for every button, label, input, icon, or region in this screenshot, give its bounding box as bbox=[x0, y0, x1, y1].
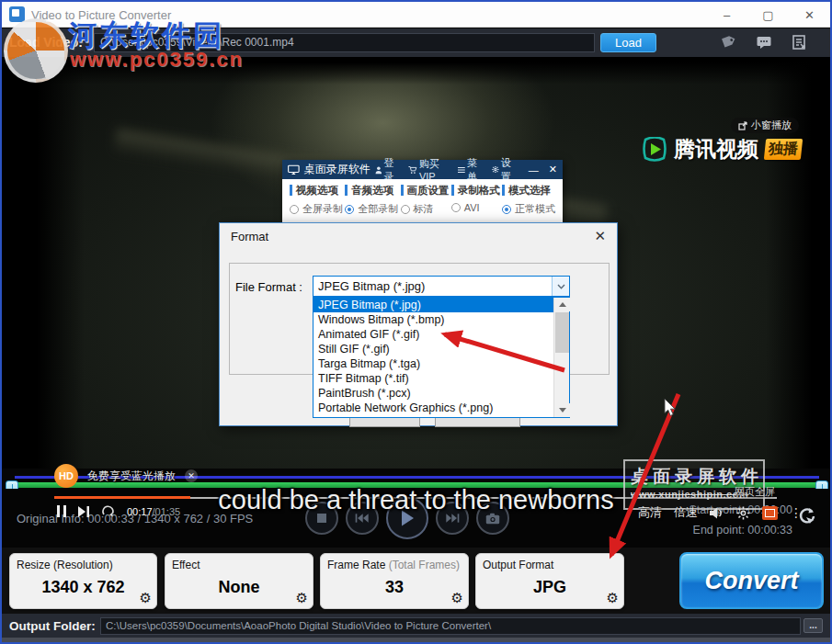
radio-record-all[interactable]: 全部录制 bbox=[345, 202, 398, 216]
scroll-down-icon[interactable] bbox=[554, 403, 570, 417]
resize-gear-icon[interactable]: ⚙ bbox=[140, 590, 152, 606]
droplist-item[interactable]: Still GIF (*.gif) bbox=[313, 342, 569, 356]
hd-tooltip-text: 免费享受蓝光播放 bbox=[87, 469, 176, 484]
convert-button[interactable]: Convert bbox=[679, 552, 824, 609]
effect-gear-icon[interactable]: ⚙ bbox=[296, 590, 308, 606]
window-bottom-edge bbox=[2, 638, 830, 642]
radio-fullscreen-record[interactable]: 全屏录制 bbox=[290, 202, 343, 216]
droplist-item[interactable]: Windows Bitmap (*.bmp) bbox=[313, 312, 569, 327]
droplist-item[interactable]: Animated GIF (*.gif) bbox=[313, 327, 569, 342]
format-dialog-title: Format bbox=[231, 230, 268, 243]
recorder-title-bar: 桌面录屏软件 登录 购买VIP 菜单 设置 — ✕ bbox=[282, 160, 563, 179]
tag-icon[interactable] bbox=[719, 34, 735, 51]
combo-dropdown-button[interactable] bbox=[552, 277, 569, 296]
app-icon bbox=[9, 6, 25, 22]
recorder-col-audio: 音频选项 全部录制 bbox=[345, 185, 398, 216]
recorder-window: 桌面录屏软件 登录 购买VIP 菜单 设置 — ✕ 视频选项 全屏录制 音频选项… bbox=[282, 160, 563, 223]
file-format-selected: JPEG Bitmap (*.jpg) bbox=[318, 279, 425, 293]
framerate-value: 33 bbox=[321, 578, 468, 597]
minimize-button[interactable]: – bbox=[706, 2, 747, 28]
load-bar: Load Video: C:\Users\pc0359\Videos\Rec 0… bbox=[2, 28, 830, 57]
play-logo-icon bbox=[642, 137, 667, 162]
output-folder-field[interactable]: C:\Users\pc0359\Documents\AoaoPhoto Digi… bbox=[100, 617, 801, 635]
droplist-item[interactable]: TIFF Bitmap (*.tif) bbox=[313, 371, 569, 386]
framerate-gear-icon[interactable]: ⚙ bbox=[451, 590, 463, 606]
droplist-item[interactable]: JPEG Bitmap (*.jpg) bbox=[313, 298, 569, 312]
file-format-droplist: JPEG Bitmap (*.jpg) Windows Bitmap (*.bm… bbox=[313, 297, 570, 418]
load-video-label: Load Video: bbox=[9, 35, 83, 50]
format-dialog-close-icon[interactable]: ✕ bbox=[594, 228, 606, 244]
chevron-down-icon bbox=[557, 284, 565, 289]
droplist-item[interactable]: PaintBrush (*.pcx) bbox=[313, 386, 569, 401]
format-dialog: Format ✕ File Format : JPEG Bitmap (*.jp… bbox=[219, 222, 618, 426]
effect-value: None bbox=[165, 578, 313, 597]
browse-button[interactable]: ... bbox=[804, 618, 823, 633]
app-title: Video to Picture Converter bbox=[31, 8, 171, 22]
maximize-button[interactable]: ▢ bbox=[747, 2, 789, 28]
recorder-close[interactable]: ✕ bbox=[549, 164, 557, 175]
output-format-panel[interactable]: Output Format JPG ⚙ bbox=[475, 553, 624, 609]
droplist-item[interactable]: Portable Network Graphics (*.png) bbox=[313, 401, 569, 415]
file-format-label: File Format : bbox=[229, 280, 302, 294]
video-path-field[interactable]: C:\Users\pc0359\Videos\Rec 0001.mp4 bbox=[94, 33, 595, 52]
scrollbar-thumb[interactable] bbox=[555, 312, 569, 353]
brand-name: 腾讯视频 bbox=[674, 135, 758, 164]
brand-logo: 腾讯视频 独播 bbox=[642, 135, 802, 164]
recorder-col-format: 录制格式 AVI bbox=[451, 185, 500, 216]
effect-panel[interactable]: Effect None ⚙ bbox=[165, 553, 313, 609]
end-point-text: End point: 00:00:33 bbox=[686, 520, 792, 540]
radio-sd[interactable]: 标清 bbox=[401, 202, 450, 216]
load-button[interactable]: Load bbox=[600, 33, 656, 52]
resize-panel[interactable]: Resize (Resolution) 1340 x 762 ⚙ bbox=[9, 553, 157, 609]
brand-badge: 独播 bbox=[764, 139, 803, 160]
recorder-minimize[interactable]: — bbox=[529, 164, 539, 175]
recorder-col-mode: 模式选择 正常模式 bbox=[502, 185, 555, 216]
settings-panel-row: Resize (Resolution) 1340 x 762 ⚙ Effect … bbox=[2, 548, 830, 614]
recorder-title: 桌面录屏软件 bbox=[304, 162, 370, 177]
popout-icon bbox=[738, 121, 747, 130]
recorder-body: 视频选项 全屏录制 音频选项 全部录制 画质设置 标清 录制格式 AVI 模式选… bbox=[282, 179, 563, 223]
hd-close-icon[interactable]: ✕ bbox=[185, 469, 198, 482]
close-button[interactable]: ✕ bbox=[789, 2, 830, 28]
output-format-gear-icon[interactable]: ⚙ bbox=[607, 590, 619, 606]
scroll-up-icon[interactable] bbox=[554, 298, 570, 311]
radio-avi[interactable]: AVI bbox=[451, 202, 500, 213]
output-folder-label: Output Folder: bbox=[9, 619, 96, 633]
output-format-value: JPG bbox=[476, 578, 623, 597]
resize-value: 1340 x 762 bbox=[10, 578, 156, 597]
recorder-col-video: 视频选项 全屏录制 bbox=[290, 185, 343, 216]
output-folder-bar: Output Folder: C:\Users\pc0359\Documents… bbox=[2, 614, 830, 638]
droplist-item[interactable]: Targa Bitmap (*.tga) bbox=[313, 356, 569, 371]
recorder-buy-vip[interactable]: 购买VIP bbox=[408, 157, 450, 182]
report-icon[interactable] bbox=[791, 34, 807, 51]
recorder-col-quality: 画质设置 标清 bbox=[401, 185, 450, 216]
feedback-icon[interactable] bbox=[756, 34, 772, 51]
app-window: Video to Picture Converter – ▢ ✕ Load Vi… bbox=[0, 0, 832, 644]
video-subtitle: could be a threat to the newborns bbox=[2, 485, 830, 515]
pip-label: 小窗播放 bbox=[751, 118, 792, 133]
title-bar: Video to Picture Converter – ▢ ✕ bbox=[2, 2, 830, 28]
droplist-scrollbar[interactable] bbox=[553, 298, 569, 417]
monitor-icon bbox=[288, 164, 300, 175]
framerate-panel[interactable]: Frame Rate (Total Frames) 33 ⚙ bbox=[320, 553, 469, 609]
radio-normal-mode[interactable]: 正常模式 bbox=[502, 202, 555, 216]
file-format-combobox[interactable]: JPEG Bitmap (*.jpg) bbox=[313, 276, 570, 297]
pip-button[interactable]: 小窗播放 bbox=[731, 118, 799, 133]
